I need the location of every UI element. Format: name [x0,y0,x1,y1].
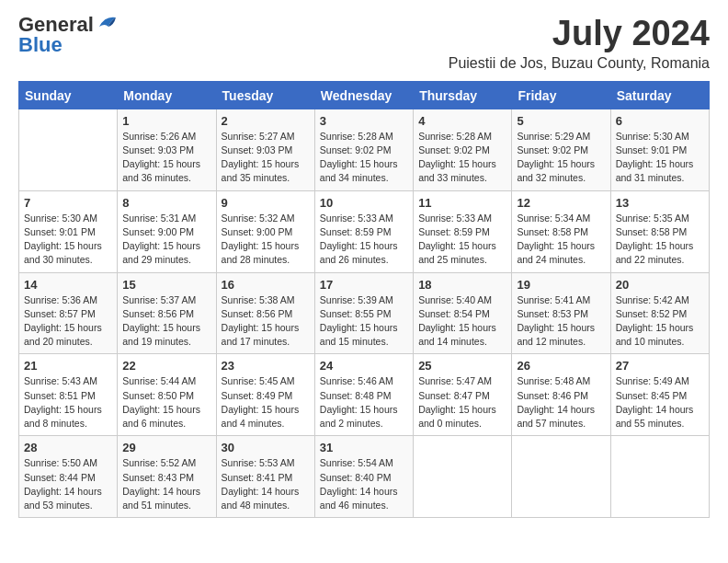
weekday-header-saturday: Saturday [610,81,709,109]
day-number: 23 [222,359,310,373]
day-number: 3 [320,114,408,128]
day-number: 25 [418,359,506,373]
day-number: 8 [122,196,210,210]
calendar-cell: 21Sunrise: 5:43 AM Sunset: 8:51 PM Dayli… [19,354,118,436]
day-info: Sunrise: 5:53 AM Sunset: 8:41 PM Dayligh… [222,456,310,512]
calendar-cell [610,436,709,518]
calendar-cell: 19Sunrise: 5:41 AM Sunset: 8:53 PM Dayli… [512,272,610,354]
day-number: 18 [418,278,506,292]
calendar-cell: 14Sunrise: 5:36 AM Sunset: 8:57 PM Dayli… [19,272,118,354]
day-info: Sunrise: 5:49 AM Sunset: 8:45 PM Dayligh… [616,374,704,431]
day-number: 29 [122,441,210,454]
logo: General Blue [18,15,119,55]
day-info: Sunrise: 5:33 AM Sunset: 8:59 PM Dayligh… [320,212,408,268]
calendar-cell: 26Sunrise: 5:48 AM Sunset: 8:46 PM Dayli… [512,354,610,436]
calendar-cell: 31Sunrise: 5:54 AM Sunset: 8:40 PM Dayli… [314,436,413,518]
day-number: 27 [616,359,704,373]
day-info: Sunrise: 5:40 AM Sunset: 8:54 PM Dayligh… [418,293,506,350]
day-info: Sunrise: 5:42 AM Sunset: 8:52 PM Dayligh… [616,293,704,350]
day-info: Sunrise: 5:37 AM Sunset: 8:56 PM Dayligh… [122,293,210,350]
calendar-week-row: 21Sunrise: 5:43 AM Sunset: 8:51 PM Dayli… [19,354,710,436]
day-info: Sunrise: 5:45 AM Sunset: 8:49 PM Dayligh… [222,374,310,431]
day-info: Sunrise: 5:31 AM Sunset: 9:00 PM Dayligh… [122,212,210,268]
month-title: July 2024 [449,15,710,53]
calendar-cell: 27Sunrise: 5:49 AM Sunset: 8:45 PM Dayli… [610,354,709,436]
calendar-cell: 29Sunrise: 5:52 AM Sunset: 8:43 PM Dayli… [118,436,216,518]
calendar-week-row: 14Sunrise: 5:36 AM Sunset: 8:57 PM Dayli… [19,272,710,354]
calendar-cell: 5Sunrise: 5:29 AM Sunset: 9:02 PM Daylig… [512,109,610,190]
day-info: Sunrise: 5:39 AM Sunset: 8:55 PM Dayligh… [320,293,408,350]
weekday-header-friday: Friday [512,81,610,109]
day-info: Sunrise: 5:33 AM Sunset: 8:59 PM Dayligh… [418,212,506,268]
day-number: 15 [122,278,210,292]
day-info: Sunrise: 5:52 AM Sunset: 8:43 PM Dayligh… [122,456,210,512]
day-info: Sunrise: 5:48 AM Sunset: 8:46 PM Dayligh… [517,374,605,431]
calendar-cell: 10Sunrise: 5:33 AM Sunset: 8:59 PM Dayli… [314,190,413,272]
day-number: 20 [616,278,704,292]
day-info: Sunrise: 5:30 AM Sunset: 9:01 PM Dayligh… [616,130,704,186]
calendar-cell: 25Sunrise: 5:47 AM Sunset: 8:47 PM Dayli… [414,354,512,436]
day-info: Sunrise: 5:46 AM Sunset: 8:48 PM Dayligh… [320,374,408,431]
day-number: 12 [517,196,605,210]
day-number: 10 [320,196,408,210]
day-number: 4 [418,114,506,128]
day-number: 24 [320,359,408,373]
weekday-header-thursday: Thursday [414,81,512,109]
day-number: 11 [418,196,506,210]
calendar-week-row: 1Sunrise: 5:26 AM Sunset: 9:03 PM Daylig… [19,109,710,190]
calendar-cell: 2Sunrise: 5:27 AM Sunset: 9:03 PM Daylig… [216,109,314,190]
day-number: 13 [616,196,704,210]
calendar-cell [414,436,512,518]
calendar-cell: 30Sunrise: 5:53 AM Sunset: 8:41 PM Dayli… [216,436,314,518]
day-number: 28 [24,441,112,454]
day-number: 9 [222,196,310,210]
calendar-cell: 24Sunrise: 5:46 AM Sunset: 8:48 PM Dayli… [314,354,413,436]
calendar-week-row: 7Sunrise: 5:30 AM Sunset: 9:01 PM Daylig… [19,190,710,272]
day-info: Sunrise: 5:54 AM Sunset: 8:40 PM Dayligh… [320,456,408,512]
calendar-week-row: 28Sunrise: 5:50 AM Sunset: 8:44 PM Dayli… [19,436,710,518]
day-info: Sunrise: 5:43 AM Sunset: 8:51 PM Dayligh… [24,374,112,431]
day-info: Sunrise: 5:36 AM Sunset: 8:57 PM Dayligh… [24,293,112,350]
title-block: July 2024 Puiestii de Jos, Buzau County,… [449,15,710,72]
weekday-header-monday: Monday [118,81,216,109]
weekday-header-sunday: Sunday [19,81,118,109]
calendar-body: 1Sunrise: 5:26 AM Sunset: 9:03 PM Daylig… [19,109,710,517]
day-number: 31 [320,441,408,454]
day-info: Sunrise: 5:50 AM Sunset: 8:44 PM Dayligh… [24,456,112,512]
calendar-cell: 13Sunrise: 5:35 AM Sunset: 8:58 PM Dayli… [610,190,709,272]
day-number: 26 [517,359,605,373]
logo-general-text: General [18,15,94,35]
day-info: Sunrise: 5:38 AM Sunset: 8:56 PM Dayligh… [222,293,310,350]
weekday-header-wednesday: Wednesday [314,81,413,109]
weekday-header-tuesday: Tuesday [216,81,314,109]
calendar-cell: 7Sunrise: 5:30 AM Sunset: 9:01 PM Daylig… [19,190,118,272]
day-number: 2 [222,114,310,128]
calendar-cell: 11Sunrise: 5:33 AM Sunset: 8:59 PM Dayli… [414,190,512,272]
calendar-cell: 23Sunrise: 5:45 AM Sunset: 8:49 PM Dayli… [216,354,314,436]
day-info: Sunrise: 5:44 AM Sunset: 8:50 PM Dayligh… [122,374,210,431]
calendar-cell: 20Sunrise: 5:42 AM Sunset: 8:52 PM Dayli… [610,272,709,354]
calendar-cell: 1Sunrise: 5:26 AM Sunset: 9:03 PM Daylig… [118,109,216,190]
day-info: Sunrise: 5:27 AM Sunset: 9:03 PM Dayligh… [222,130,310,186]
calendar-header-row: SundayMondayTuesdayWednesdayThursdayFrid… [19,81,710,109]
day-info: Sunrise: 5:26 AM Sunset: 9:03 PM Dayligh… [122,130,210,186]
calendar-cell: 17Sunrise: 5:39 AM Sunset: 8:55 PM Dayli… [314,272,413,354]
day-info: Sunrise: 5:30 AM Sunset: 9:01 PM Dayligh… [24,212,112,268]
logo-bird-icon [96,14,119,32]
day-number: 22 [122,359,210,373]
day-number: 16 [222,278,310,292]
calendar-table: SundayMondayTuesdayWednesdayThursdayFrid… [18,81,710,518]
day-number: 30 [222,441,310,454]
location-title: Puiestii de Jos, Buzau County, Romania [449,55,710,72]
day-number: 6 [616,114,704,128]
calendar-cell: 12Sunrise: 5:34 AM Sunset: 8:58 PM Dayli… [512,190,610,272]
day-info: Sunrise: 5:34 AM Sunset: 8:58 PM Dayligh… [517,212,605,268]
day-info: Sunrise: 5:47 AM Sunset: 8:47 PM Dayligh… [418,374,506,431]
calendar-cell: 9Sunrise: 5:32 AM Sunset: 9:00 PM Daylig… [216,190,314,272]
calendar-cell [19,109,118,190]
day-number: 17 [320,278,408,292]
day-info: Sunrise: 5:32 AM Sunset: 9:00 PM Dayligh… [222,212,310,268]
day-number: 1 [122,114,210,128]
calendar-cell: 4Sunrise: 5:28 AM Sunset: 9:02 PM Daylig… [414,109,512,190]
day-number: 19 [517,278,605,292]
